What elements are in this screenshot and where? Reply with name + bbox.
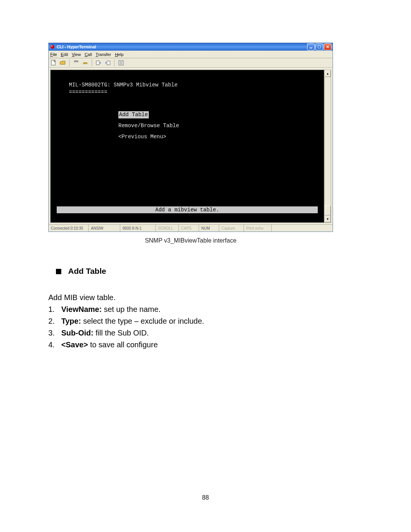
- terminal-footer: Add a mibview table.: [57, 206, 318, 213]
- terminal-view[interactable]: MIL-SM8002TG: SNMPv3 Mibview Table =====…: [50, 70, 324, 223]
- terminal-text: MIL-SM8002TG: SNMPv3 Mibview Table =====…: [51, 70, 324, 140]
- svg-rect-6: [107, 61, 110, 65]
- steps-list: 1.ViewName: set up the name. 2.Type: sel…: [48, 305, 333, 349]
- svg-rect-2: [309, 48, 312, 48]
- content-area: MIL-SM8002TG: SNMPv3 Mibview Table =====…: [49, 68, 333, 224]
- receive-icon[interactable]: [104, 59, 111, 66]
- term-menu-remove: Remove/Browse Table: [118, 122, 318, 129]
- menu-edit[interactable]: Edit: [61, 52, 68, 57]
- section-heading-text: Add Table: [68, 267, 106, 275]
- svg-rect-5: [96, 61, 99, 65]
- app-icon: [50, 44, 55, 50]
- toolbar-separator: [114, 59, 115, 66]
- toolbar: [49, 58, 333, 68]
- status-caps: CAPS: [179, 225, 199, 232]
- terminal-rule: ============: [69, 89, 318, 96]
- scroll-down-icon[interactable]: ▼: [325, 216, 331, 222]
- titlebar: CLI - HyperTerminal: [49, 43, 333, 51]
- status-echo: Print echo: [244, 225, 272, 232]
- new-icon[interactable]: [50, 59, 57, 66]
- terminal-heading: MIL-SM8002TG: SNMPv3 Mibview Table: [69, 81, 318, 89]
- menubar: File Edit View Call Transfer Help: [49, 51, 333, 58]
- list-item: 3.Sub-Oid: fill the Sub OID.: [48, 329, 333, 337]
- bullet-icon: [56, 269, 61, 274]
- hangup-icon[interactable]: [82, 59, 89, 66]
- figure-caption: SNMP v3_MIBviewTable interface: [48, 237, 333, 244]
- close-button[interactable]: [324, 43, 331, 50]
- minimize-button[interactable]: [307, 43, 315, 50]
- list-item: 4.<Save> to save all configure: [48, 340, 333, 349]
- status-connected: Connected 0:10:35: [49, 225, 89, 232]
- scrollbar[interactable]: ▲ ▼: [324, 70, 331, 223]
- hyperterminal-window: CLI - HyperTerminal File Edit Vi: [48, 43, 333, 232]
- menu-help[interactable]: Help: [115, 52, 124, 57]
- menu-call[interactable]: Call: [84, 52, 92, 57]
- scroll-thumb[interactable]: [325, 206, 331, 216]
- screenshot-figure: CLI - HyperTerminal File Edit Vi: [48, 43, 333, 244]
- status-scroll: SCROLL: [156, 225, 179, 232]
- properties-icon[interactable]: [118, 59, 124, 66]
- section-heading: Add Table: [56, 267, 333, 276]
- status-emulation: ANSIW: [89, 225, 120, 232]
- page-number: 88: [0, 494, 411, 501]
- term-menu-add-selected: Add Table: [118, 111, 149, 118]
- scroll-up-icon[interactable]: ▲: [325, 70, 331, 77]
- toolbar-separator: [92, 59, 92, 66]
- open-icon[interactable]: [59, 59, 66, 66]
- list-item: 1.ViewName: set up the name.: [48, 305, 333, 314]
- statusbar: Connected 0:10:35 ANSIW 9600 8-N-1 SCROL…: [49, 224, 333, 232]
- menu-file[interactable]: File: [50, 52, 57, 57]
- window-controls: [307, 43, 331, 50]
- svg-point-0: [51, 45, 54, 49]
- menu-view[interactable]: View: [72, 52, 81, 57]
- send-icon[interactable]: [95, 59, 102, 66]
- menu-transfer[interactable]: Transfer: [96, 52, 111, 57]
- term-menu-previous: <Previous Menu>: [118, 133, 318, 141]
- status-num: NUM: [199, 225, 219, 232]
- window-title: CLI - HyperTerminal: [57, 45, 307, 49]
- status-spacer: [272, 225, 333, 232]
- phone-icon[interactable]: [73, 59, 80, 66]
- status-settings: 9600 8-N-1: [120, 225, 156, 232]
- scroll-track[interactable]: [325, 77, 331, 216]
- status-capture: Capture: [219, 225, 244, 232]
- intro-para: Add MIB view table.: [48, 293, 333, 302]
- list-item: 2.Type: select the type – exclude or inc…: [48, 317, 333, 326]
- document-body: Add Table Add MIB view table. 1.ViewName…: [48, 259, 333, 352]
- maximize-button[interactable]: [315, 43, 323, 50]
- svg-rect-3: [318, 45, 321, 48]
- toolbar-separator: [69, 59, 70, 66]
- svg-point-1: [51, 45, 53, 47]
